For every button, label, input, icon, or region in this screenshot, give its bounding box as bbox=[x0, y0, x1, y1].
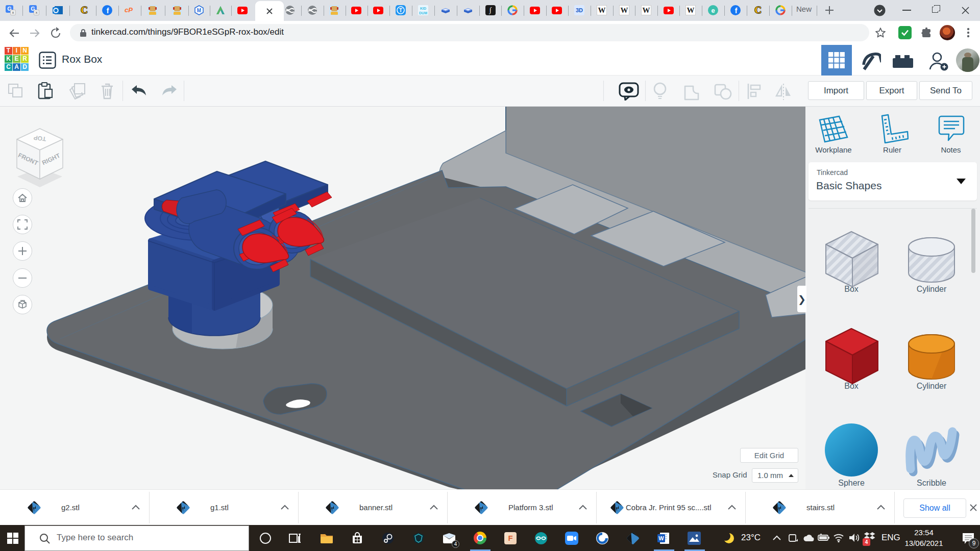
svg-text:M: M bbox=[197, 8, 201, 13]
svg-text:T: T bbox=[399, 8, 402, 13]
svg-text:e: e bbox=[711, 7, 715, 14]
svg-text:f: f bbox=[735, 7, 738, 15]
svg-text:W: W bbox=[658, 535, 664, 541]
svg-text:f: f bbox=[107, 7, 109, 15]
svg-text:TOP: TOP bbox=[33, 134, 46, 143]
